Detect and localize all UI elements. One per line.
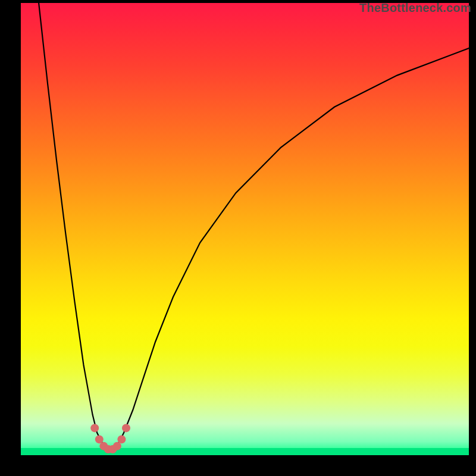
valley-dot (117, 435, 126, 443)
valley-dot (95, 435, 104, 443)
chart-svg (21, 3, 469, 455)
curve-left (39, 3, 106, 446)
valley-dot (122, 424, 130, 432)
curve-right (115, 48, 469, 446)
valley-dot (90, 424, 99, 432)
valley-dot (113, 442, 121, 450)
chart-stage: TheBottleneck.com (0, 0, 476, 476)
valley-highlight (90, 424, 130, 453)
plot-area (21, 3, 469, 455)
